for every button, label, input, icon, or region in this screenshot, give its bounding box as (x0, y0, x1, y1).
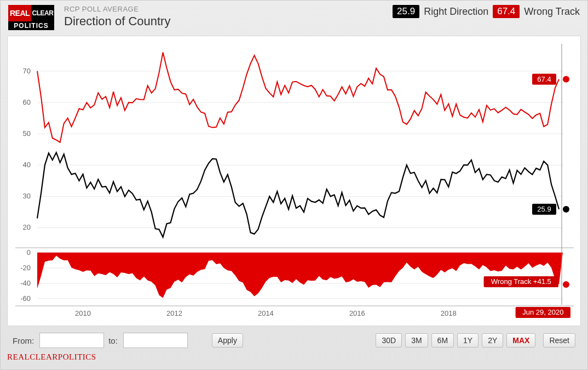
title-block: RCP POLL AVERAGE Direction of Country (64, 5, 170, 29)
svg-point-30 (563, 281, 569, 288)
header: REAL CLEAR POLITICS RCP POLL AVERAGE Dir… (1, 1, 587, 32)
to-input[interactable] (123, 333, 188, 348)
page-subtitle: RCP POLL AVERAGE (64, 5, 170, 13)
range-6m-button[interactable]: 6M (431, 333, 454, 348)
range-30d-button[interactable]: 30D (376, 333, 402, 348)
svg-text:40: 40 (23, 161, 31, 169)
to-label: to: (108, 336, 118, 345)
svg-text:20: 20 (23, 223, 31, 231)
svg-point-28 (563, 76, 569, 83)
logo-clear: CLEAR (31, 5, 54, 21)
reset-button[interactable]: Reset (543, 333, 575, 348)
legend-wrong-label: Wrong Track (524, 6, 580, 18)
legend-wrong-value: 67.4 (493, 5, 520, 18)
legend-right-value: 25.9 (393, 5, 419, 18)
svg-text:70: 70 (23, 67, 31, 75)
svg-point-29 (563, 206, 569, 213)
from-input[interactable] (39, 333, 104, 348)
legend-right-label: Right Direction (424, 6, 488, 18)
svg-text:67.4: 67.4 (537, 75, 551, 83)
range-1y-button[interactable]: 1Y (457, 333, 479, 348)
svg-text:0: 0 (27, 248, 31, 257)
svg-text:-20: -20 (20, 264, 31, 272)
range-2y-button[interactable]: 2Y (482, 333, 503, 348)
logo-real: REAL (8, 5, 31, 21)
page-title: Direction of Country (64, 14, 170, 29)
app-frame: REAL CLEAR POLITICS RCP POLL AVERAGE Dir… (0, 0, 588, 370)
svg-text:60: 60 (23, 98, 31, 106)
from-label: From: (13, 336, 34, 345)
rcp-logo: REAL CLEAR POLITICS (8, 5, 54, 30)
svg-text:Wrong Track +41.5: Wrong Track +41.5 (491, 277, 551, 286)
logo-politics: POLITICS (8, 21, 54, 30)
chart-svg: 203040506070201020122014201620180-20-40-… (8, 36, 581, 326)
apply-button[interactable]: Apply (212, 333, 243, 348)
range-3m-button[interactable]: 3M (405, 333, 428, 348)
svg-text:Jun 29, 2020: Jun 29, 2020 (522, 308, 563, 316)
svg-text:50: 50 (23, 129, 31, 138)
legend: 25.9 Right Direction 67.4 Wrong Track (393, 5, 580, 18)
svg-text:25.9: 25.9 (537, 205, 551, 213)
chart-container[interactable]: 203040506070201020122014201620180-20-40-… (7, 36, 581, 326)
svg-text:30: 30 (23, 192, 31, 200)
range-max-button[interactable]: MAX (506, 333, 535, 348)
svg-text:-40: -40 (20, 279, 31, 287)
footer-brand: REALCLEARPOLITICS (1, 352, 587, 366)
svg-text:2010: 2010 (75, 309, 91, 317)
svg-text:2014: 2014 (258, 309, 274, 317)
svg-text:2018: 2018 (441, 309, 457, 317)
range-toolbar: From: to: Apply 30D3M6M1Y2YMAX Reset (1, 329, 587, 352)
svg-text:2012: 2012 (166, 309, 182, 317)
range-buttons: 30D3M6M1Y2YMAX (376, 333, 539, 348)
svg-text:2016: 2016 (349, 309, 365, 317)
svg-text:-60: -60 (20, 294, 31, 303)
